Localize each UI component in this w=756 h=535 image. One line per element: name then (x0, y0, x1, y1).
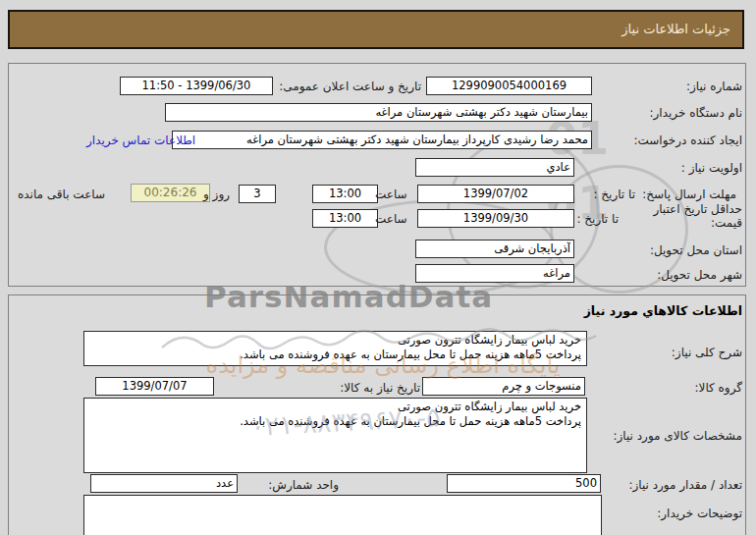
countdown-timer: 00:26:26 (131, 184, 210, 202)
need-number-label: شماره نیاز: (686, 80, 742, 93)
requester-label: ایجاد کننده درخواست: (633, 134, 742, 147)
priority-label: اولویت نیاز : (681, 161, 742, 175)
hour-label-2: ساعت (375, 212, 407, 226)
validity-time-field[interactable]: 13:00 (312, 209, 378, 228)
qty-field[interactable]: 500 (447, 474, 601, 493)
province-label: استان محل تحویل: (650, 243, 742, 257)
group-label: گروه کالا: (695, 381, 743, 395)
announce-datetime-label: تاریخ و ساعت اعلان عمومی: (279, 80, 421, 93)
page-title: جزئیات اطلاعات نیاز (621, 22, 730, 36)
need-info-panel (8, 63, 746, 287)
requester-field[interactable]: محمد رضا رشیدی کارپرداز بیمارستان شهید د… (172, 131, 592, 149)
deadline-date-field[interactable]: 1399/07/02 (417, 185, 574, 203)
goods-section-title: اطلاعات کالاهاي مورد نیاز (584, 303, 742, 318)
remaining-label: ساعت باقی مانده (18, 187, 105, 201)
buyer-org-label: نام دستگاه خریدار: (650, 106, 743, 120)
days-remaining-field[interactable]: 3 (239, 185, 276, 203)
until-date-label-2: تا تاریخ : (576, 212, 619, 226)
notes-textarea[interactable] (83, 495, 602, 535)
goods-date-field[interactable]: 1399/07/07 (95, 377, 214, 396)
until-date-label-1: تا تاریخ : (593, 187, 635, 201)
city-field[interactable]: مراغه (415, 264, 574, 283)
desc-textarea[interactable]: خرید لباس بیمار زایشگاه تترون صورتی پردا… (83, 331, 587, 366)
validity-date-field[interactable]: 1399/09/30 (417, 209, 574, 228)
city-label: شهر محل تحویل: (657, 268, 742, 282)
unit-label: واحد شمارش: (268, 478, 339, 492)
priority-field[interactable]: عادي (415, 158, 574, 177)
province-field[interactable]: آذربایجان شرقی (415, 240, 574, 258)
buyer-contact-link[interactable]: اطلاعات تماس خریدار (86, 134, 195, 147)
goods-date-label: تاریخ نیاز به کالا: (340, 381, 420, 395)
deadline-time-field[interactable]: 13:00 (312, 185, 378, 203)
announce-datetime-field[interactable]: 11:50 - 1399/06/30 (120, 77, 273, 95)
notes-label: توضیحات خریدار: (657, 507, 742, 520)
buyer-org-field[interactable]: بیمارستان شهید دکتر بهشتی شهرستان مراغه (165, 103, 592, 122)
deadline-label: مهلت ارسال پاسخ: (642, 187, 736, 201)
desc-label: شرح کلی نیاز: (672, 346, 742, 359)
specs-label: مشخصات کالای مورد نیاز: (613, 429, 742, 443)
tender-detail-page: جزئیات اطلاعات نیاز 01 01 شماره نیاز: 12… (0, 0, 756, 535)
hour-label-1: ساعت (375, 187, 407, 201)
unit-field[interactable]: عدد (90, 474, 238, 493)
specs-textarea[interactable]: خرید لباس بیمار زایشگاه تترون صورتی پردا… (83, 398, 587, 473)
group-field[interactable]: منسوجات و چرم (422, 377, 585, 396)
days-label: روز و (203, 187, 230, 201)
validity-label: حداقل تاریخ اعتبار قیمت: (626, 202, 742, 230)
need-number-field[interactable]: 1299090054000169 (426, 77, 592, 95)
qty-label: تعداد / مقدار مورد نیاز: (628, 478, 742, 492)
details-titlebar: جزئیات اطلاعات نیاز (8, 10, 744, 49)
